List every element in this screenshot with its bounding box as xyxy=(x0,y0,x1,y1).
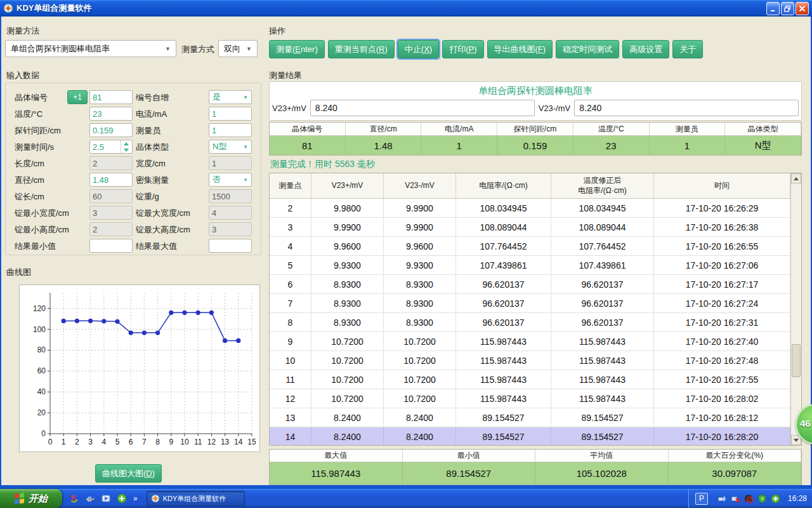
remeasure-current-button[interactable]: 重测当前点(R) xyxy=(328,40,395,58)
table-row[interactable]: 1210.720010.7200115.987443115.98744317-1… xyxy=(270,389,790,408)
info-header-cell: 测量员 xyxy=(650,123,726,135)
table-cell: 9.9900 xyxy=(311,218,384,236)
table-row[interactable]: 29.98009.9900108.034945108.03494517-10-2… xyxy=(270,199,790,218)
abort-button[interactable]: 中止(X) xyxy=(398,40,439,58)
print-button[interactable]: 打印(P) xyxy=(442,40,483,58)
table-row[interactable]: 68.93008.930096.62013796.62013717-10-20 … xyxy=(270,275,790,294)
blocked-icon[interactable] xyxy=(744,493,754,504)
table-cell: 108.089044 xyxy=(456,218,551,236)
method-combobox[interactable]: 单组合两探针测圆棒电阻率 ▼ xyxy=(5,40,176,57)
table-cell: 17-10-20 16:28:02 xyxy=(654,389,790,408)
dense-measure-select[interactable]: 否▼ xyxy=(209,173,252,187)
svg-text:60: 60 xyxy=(37,366,46,375)
probe-spacing-field[interactable] xyxy=(89,123,133,137)
advanced-settings-button[interactable]: 高级设置 xyxy=(622,40,669,58)
table-cell: 17-10-20 16:26:38 xyxy=(654,218,790,236)
crystal-info-table: 晶体编号直径/cm电流/mA探针间距/cm温度/°C测量员晶体类型 811.48… xyxy=(269,122,802,156)
table-row[interactable]: 910.720010.7200115.987443115.98744317-10… xyxy=(270,332,790,351)
table-cell: 17-10-20 16:26:55 xyxy=(654,237,790,255)
diameter-field[interactable] xyxy=(89,173,133,187)
increment-button[interactable]: +1 xyxy=(67,90,88,104)
network-signal-icon[interactable] xyxy=(717,493,728,504)
table-cell: 8.9300 xyxy=(311,294,384,312)
start-button[interactable]: 开始 xyxy=(0,489,62,508)
table-row[interactable]: 49.96009.9600107.764452107.76445217-10-2… xyxy=(270,237,790,256)
summary-value-cell: 30.097087 xyxy=(669,462,802,485)
result-min-field[interactable] xyxy=(89,239,133,253)
language-indicator[interactable]: P xyxy=(695,493,708,505)
operator-label: 测量员 xyxy=(136,125,160,137)
shield-icon[interactable] xyxy=(757,493,768,504)
input-row: 测量时间/s晶体类型N型▼ xyxy=(6,139,261,156)
spin-down-button[interactable] xyxy=(121,147,131,153)
spin-up-button[interactable] xyxy=(121,140,131,147)
table-cell: 17-10-20 16:27:24 xyxy=(654,294,790,312)
scrollbar-up-button[interactable] xyxy=(791,173,801,184)
info-value-cell: 1 xyxy=(421,136,497,155)
temperature-field[interactable] xyxy=(89,107,133,121)
chevron-down-icon: ▼ xyxy=(165,46,171,52)
ingot-min-height-field xyxy=(89,222,133,236)
close-button[interactable] xyxy=(796,2,809,15)
auto-increment-select[interactable]: 是▼ xyxy=(209,90,252,104)
svg-text:2: 2 xyxy=(75,438,79,446)
crystal-type-select[interactable]: N型▼ xyxy=(209,140,252,154)
export-curve-button[interactable]: 导出曲线图(F) xyxy=(487,40,553,58)
measure-button[interactable]: 测量(Enter) xyxy=(269,40,325,58)
method-section-label: 测量方法 xyxy=(6,25,39,37)
crystal-number-field[interactable] xyxy=(89,90,133,104)
table-cell: 9.9800 xyxy=(311,199,384,217)
big-chart-button[interactable]: 曲线图大图(D) xyxy=(95,464,162,483)
media-icon[interactable] xyxy=(100,493,112,504)
green-plus-tray-icon[interactable] xyxy=(771,493,781,504)
table-row[interactable]: 88.93008.930096.62013796.62013717-10-20 … xyxy=(270,313,790,332)
operator-field[interactable] xyxy=(209,123,252,137)
table-cell: 17-10-20 16:27:40 xyxy=(654,332,790,351)
result-max-field[interactable] xyxy=(209,239,252,253)
quick-launch-overflow-chevron[interactable]: » xyxy=(133,494,138,503)
minimize-button[interactable] xyxy=(766,2,780,15)
svg-text:11: 11 xyxy=(194,438,202,446)
svg-text:13: 13 xyxy=(221,438,230,446)
table-row[interactable]: 148.24008.240089.15452789.15452717-10-20… xyxy=(270,427,790,445)
table-cell: 9.9900 xyxy=(384,218,456,236)
input-row: 结果最小值结果最大值 xyxy=(6,238,261,255)
crystal-type-value: N型 xyxy=(213,141,226,152)
svg-text:40: 40 xyxy=(37,387,46,396)
restore-button[interactable] xyxy=(781,2,794,15)
measure-time-stepper[interactable] xyxy=(89,140,133,154)
results-panel: 单组合两探针测圆棒电阻率 V23+/mV V23-/mV xyxy=(269,81,802,121)
table-scrollbar[interactable] xyxy=(790,173,801,445)
table-row[interactable]: 1010.720010.7200115.987443115.98744317-1… xyxy=(270,351,790,370)
table-cell: 8.9300 xyxy=(384,313,456,331)
table-row[interactable]: 78.93008.930096.62013796.62013717-10-20 … xyxy=(270,294,790,313)
ie-icon[interactable]: e xyxy=(84,493,96,504)
network-error-icon[interactable] xyxy=(731,493,741,504)
table-cell: 115.987443 xyxy=(456,370,551,389)
scrollbar-thumb[interactable] xyxy=(792,344,801,377)
mode-combobox[interactable]: 双向 ▼ xyxy=(218,40,258,57)
measurement-table-body: 29.98009.9900108.034945108.03494517-10-2… xyxy=(270,199,790,445)
scrollbar-track[interactable] xyxy=(791,184,801,435)
svg-text:15: 15 xyxy=(247,438,256,446)
v23-minus-field[interactable] xyxy=(574,100,799,116)
v23-plus-field[interactable] xyxy=(310,100,535,116)
table-cell: 5 xyxy=(270,256,311,274)
table-row[interactable]: 59.93009.9300107.439861107.43986117-10-2… xyxy=(270,256,790,275)
window-title: KDY单组合测量软件 xyxy=(16,3,765,14)
current-field[interactable] xyxy=(209,107,252,121)
about-button[interactable]: 关于 xyxy=(672,40,703,58)
table-cell: 17-10-20 16:27:55 xyxy=(654,370,790,389)
green-plus-launcher-icon[interactable] xyxy=(116,493,128,504)
table-cell: 96.620137 xyxy=(456,275,551,293)
measure-time-field[interactable] xyxy=(90,140,121,153)
stable-time-test-button[interactable]: 稳定时间测试 xyxy=(556,40,619,58)
table-row[interactable]: 1110.720010.7200115.987443115.98744317-1… xyxy=(270,370,790,389)
taskbar-task-button[interactable]: KDY单组合测量软件 xyxy=(147,491,245,506)
table-row[interactable]: 138.24008.240089.15452789.15452717-10-20… xyxy=(270,408,790,427)
table-row[interactable]: 39.99009.9900108.089044108.08904417-10-2… xyxy=(270,218,790,237)
table-cell: 10.7200 xyxy=(384,332,456,351)
s-logo-icon[interactable]: S xyxy=(69,493,80,504)
table-cell: 13 xyxy=(270,408,311,427)
current-label: 电流/mA xyxy=(136,109,167,120)
